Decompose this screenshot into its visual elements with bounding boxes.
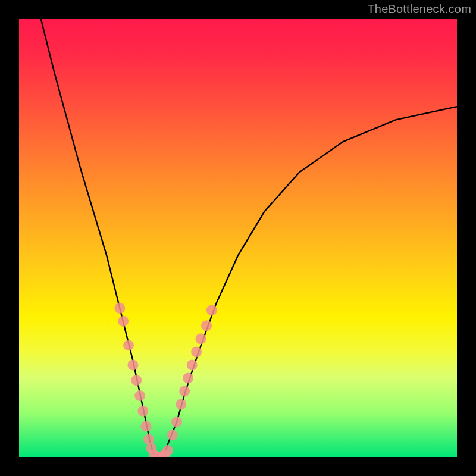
data-point xyxy=(183,373,193,384)
data-point xyxy=(123,340,134,350)
data-point xyxy=(171,416,182,427)
chart-frame: TheBottleneck.com xyxy=(0,0,476,476)
data-point xyxy=(206,305,217,315)
data-point xyxy=(134,390,145,401)
data-point xyxy=(179,386,190,397)
data-point xyxy=(137,406,148,416)
data-point xyxy=(167,430,178,440)
data-point xyxy=(114,303,125,314)
plot-area xyxy=(19,19,457,457)
data-point xyxy=(176,399,186,410)
bottleneck-curve xyxy=(41,19,457,457)
data-point xyxy=(201,320,212,331)
data-point xyxy=(131,375,142,386)
data-point xyxy=(191,346,202,357)
data-point xyxy=(140,421,151,432)
data-point xyxy=(127,359,138,370)
data-point xyxy=(162,445,173,456)
chart-svg xyxy=(19,19,457,457)
data-point xyxy=(195,333,206,344)
scatter-dots xyxy=(114,303,217,457)
data-point xyxy=(187,359,198,370)
watermark-text: TheBottleneck.com xyxy=(367,2,471,16)
data-point xyxy=(118,316,129,327)
